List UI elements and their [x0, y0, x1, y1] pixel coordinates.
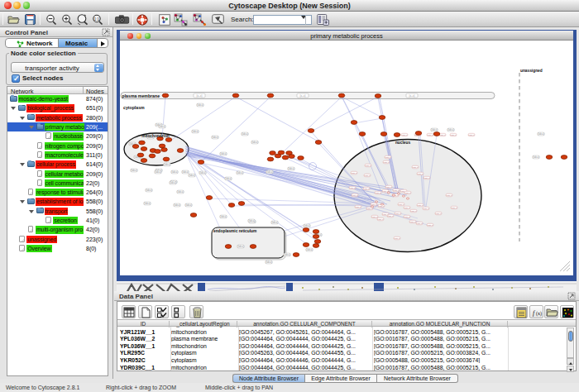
svg-text:(GO-x): (GO-x)	[383, 161, 390, 164]
svg-text:(GO-x): (GO-x)	[377, 218, 384, 221]
svg-text:(lab-a): (lab-a)	[146, 189, 152, 192]
svg-text:endoplasmic reticulum: endoplasmic reticulum	[213, 229, 256, 233]
svg-text:(lab-a): (lab-a)	[431, 128, 438, 131]
svg-text:(lab-a): (lab-a)	[271, 221, 278, 224]
svg-text:(lab-a): (lab-a)	[212, 136, 218, 139]
svg-text:(lab-a): (lab-a)	[251, 141, 258, 144]
svg-text:(GO-x): (GO-x)	[355, 206, 361, 208]
svg-text:(GO-x): (GO-x)	[468, 134, 475, 136]
svg-text:(lab-a): (lab-a)	[266, 170, 273, 174]
svg-text:nucleus: nucleus	[395, 141, 410, 145]
svg-text:(GO-x): (GO-x)	[375, 192, 381, 194]
svg-text:(GO-x): (GO-x)	[412, 166, 419, 169]
svg-text:(lab-a): (lab-a)	[248, 219, 255, 222]
svg-text:(x--x): (x--x)	[300, 94, 306, 98]
svg-text:(lab-a): (lab-a)	[288, 167, 294, 170]
svg-text:(lab-a): (lab-a)	[189, 174, 195, 177]
svg-text:(GO-x): (GO-x)	[395, 213, 401, 215]
svg-text:(GO-x): (GO-x)	[446, 194, 452, 197]
svg-text:(GO-x): (GO-x)	[385, 186, 392, 189]
svg-text:(lab-a): (lab-a)	[164, 163, 170, 166]
svg-text:(GO-x): (GO-x)	[423, 177, 430, 179]
svg-text:(lab-a): (lab-a)	[144, 202, 151, 205]
svg-text:(lab-a): (lab-a)	[170, 181, 176, 184]
svg-text:(GO-x): (GO-x)	[371, 216, 378, 218]
svg-text:(x--x): (x--x)	[409, 94, 415, 98]
svg-text:plasma membrane: plasma membrane	[122, 93, 160, 98]
svg-text:(lab-a): (lab-a)	[174, 203, 180, 207]
svg-text:cytoplasm: cytoplasm	[123, 105, 145, 110]
svg-text:(GO-x): (GO-x)	[435, 213, 442, 215]
svg-text:(GO-x): (GO-x)	[416, 222, 423, 225]
svg-text:(lab-a): (lab-a)	[185, 203, 192, 207]
svg-text:(GO-x): (GO-x)	[382, 213, 389, 216]
svg-text:(lab-a): (lab-a)	[220, 215, 227, 218]
svg-text:(lab-a): (lab-a)	[177, 190, 184, 194]
svg-text:(lab-a): (lab-a)	[284, 253, 290, 256]
svg-text:(GO-x): (GO-x)	[366, 208, 373, 210]
svg-text:(GO-x): (GO-x)	[417, 173, 423, 175]
svg-text:(x--x): (x--x)	[197, 94, 203, 98]
svg-text:(GO-x): (GO-x)	[393, 189, 400, 192]
svg-text:(GO-x): (GO-x)	[398, 203, 404, 206]
svg-text:(x): (x)	[536, 311, 542, 317]
svg-text:(lab-a): (lab-a)	[171, 170, 178, 174]
svg-text:(lab-a): (lab-a)	[242, 132, 248, 136]
svg-text:(GO-x): (GO-x)	[423, 208, 429, 210]
svg-text:(GO-x): (GO-x)	[427, 134, 433, 136]
svg-text:(lab-a): (lab-a)	[131, 169, 137, 172]
svg-text:(lab-a): (lab-a)	[237, 245, 244, 248]
svg-text:(lab-a): (lab-a)	[225, 177, 232, 180]
svg-text:(GO-x): (GO-x)	[450, 134, 457, 136]
svg-text:mitochondrion: mitochondrion	[141, 134, 170, 138]
svg-text:(GO-x): (GO-x)	[427, 224, 433, 227]
svg-text:unassigned: unassigned	[520, 69, 543, 73]
svg-text:(lab-a): (lab-a)	[237, 171, 243, 174]
svg-text:(lab-a): (lab-a)	[533, 155, 539, 159]
svg-text:(lab-a): (lab-a)	[155, 170, 161, 174]
svg-text:(GO-x): (GO-x)	[401, 134, 408, 136]
svg-text:(lab-a): (lab-a)	[538, 132, 544, 136]
svg-text:(GO-x): (GO-x)	[352, 194, 358, 197]
svg-text:(lab-a): (lab-a)	[220, 152, 227, 155]
svg-text:(lab-a): (lab-a)	[199, 171, 206, 174]
svg-text:(GO-x): (GO-x)	[349, 187, 356, 189]
svg-text:(lab-a): (lab-a)	[447, 128, 454, 131]
svg-text:(GO-x): (GO-x)	[365, 165, 371, 167]
svg-text:(GO-x): (GO-x)	[451, 207, 457, 209]
svg-text:(lab-a): (lab-a)	[266, 261, 272, 264]
svg-text:1:1: 1:1	[94, 17, 100, 22]
svg-text:(lab-a): (lab-a)	[306, 248, 313, 251]
svg-text:(GO-x): (GO-x)	[417, 204, 423, 207]
svg-text:(lab-a): (lab-a)	[159, 125, 165, 128]
svg-text:(lab-a): (lab-a)	[304, 224, 310, 227]
svg-text:(GO-x): (GO-x)	[385, 156, 391, 159]
svg-text:(GO-x): (GO-x)	[404, 216, 410, 218]
svg-text:(GO-x): (GO-x)	[394, 237, 400, 240]
svg-text:(GO-x): (GO-x)	[363, 188, 370, 190]
svg-text:(lab-a): (lab-a)	[197, 103, 203, 107]
svg-text:(GO-x): (GO-x)	[404, 207, 410, 209]
svg-text:(GO-x): (GO-x)	[378, 205, 385, 208]
svg-text:(GO-x): (GO-x)	[371, 203, 377, 206]
svg-text:(GO-x): (GO-x)	[364, 174, 371, 177]
svg-text:(GO-x): (GO-x)	[351, 172, 357, 174]
svg-text:(GO-x): (GO-x)	[410, 210, 417, 213]
svg-text:(GO-x): (GO-x)	[404, 192, 411, 194]
svg-text:(GO-x): (GO-x)	[439, 134, 446, 136]
svg-text:(lab-a): (lab-a)	[192, 130, 199, 133]
svg-text:(GO-x): (GO-x)	[409, 221, 416, 223]
svg-text:(lab-a): (lab-a)	[182, 170, 189, 174]
